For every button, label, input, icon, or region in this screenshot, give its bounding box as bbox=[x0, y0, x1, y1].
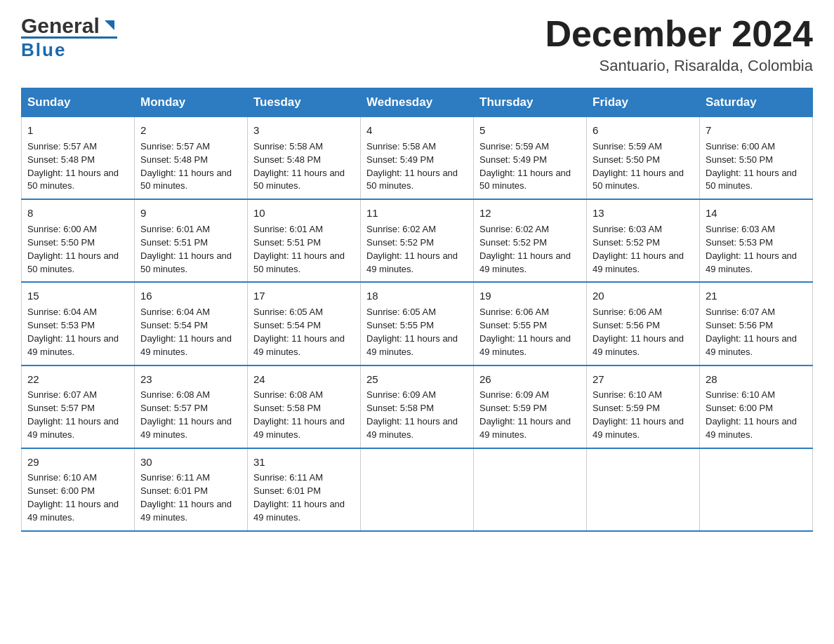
calendar-cell: 2Sunrise: 5:57 AMSunset: 5:48 PMDaylight… bbox=[135, 117, 248, 200]
col-tuesday: Tuesday bbox=[248, 88, 361, 117]
day-number: 30 bbox=[140, 455, 241, 470]
day-number: 4 bbox=[366, 123, 468, 138]
calendar-week-row: 1Sunrise: 5:57 AMSunset: 5:48 PMDaylight… bbox=[22, 117, 813, 200]
calendar-body: 1Sunrise: 5:57 AMSunset: 5:48 PMDaylight… bbox=[22, 117, 813, 531]
day-number: 26 bbox=[479, 372, 581, 387]
calendar-cell: 16Sunrise: 6:04 AMSunset: 5:54 PMDayligh… bbox=[135, 282, 248, 365]
col-wednesday: Wednesday bbox=[361, 88, 474, 117]
day-number: 6 bbox=[593, 123, 694, 138]
col-saturday: Saturday bbox=[700, 88, 813, 117]
day-info: Sunrise: 6:04 AMSunset: 5:53 PMDaylight:… bbox=[27, 307, 119, 357]
day-info: Sunrise: 5:59 AMSunset: 5:50 PMDaylight:… bbox=[593, 141, 684, 192]
day-number: 17 bbox=[253, 288, 355, 304]
day-info: Sunrise: 6:03 AMSunset: 5:53 PMDaylight:… bbox=[706, 224, 797, 274]
calendar-cell: 1Sunrise: 5:57 AMSunset: 5:48 PMDaylight… bbox=[22, 117, 135, 200]
day-number: 24 bbox=[253, 372, 355, 387]
day-info: Sunrise: 5:57 AMSunset: 5:48 PMDaylight:… bbox=[27, 141, 119, 192]
day-number: 14 bbox=[706, 206, 807, 221]
day-number: 25 bbox=[366, 372, 468, 387]
day-info: Sunrise: 6:11 AMSunset: 6:01 PMDaylight:… bbox=[140, 472, 232, 523]
calendar-cell: 11Sunrise: 6:02 AMSunset: 5:52 PMDayligh… bbox=[361, 199, 474, 282]
day-number: 5 bbox=[479, 123, 581, 138]
calendar-cell bbox=[361, 448, 474, 531]
day-number: 29 bbox=[27, 455, 128, 470]
calendar-cell: 17Sunrise: 6:05 AMSunset: 5:54 PMDayligh… bbox=[248, 282, 361, 365]
calendar-cell: 23Sunrise: 6:08 AMSunset: 5:57 PMDayligh… bbox=[135, 365, 248, 448]
calendar-week-row: 29Sunrise: 6:10 AMSunset: 6:00 PMDayligh… bbox=[22, 448, 813, 531]
day-info: Sunrise: 6:02 AMSunset: 5:52 PMDaylight:… bbox=[479, 224, 571, 274]
calendar-cell: 21Sunrise: 6:07 AMSunset: 5:56 PMDayligh… bbox=[700, 282, 813, 365]
day-number: 20 bbox=[593, 288, 694, 304]
day-info: Sunrise: 6:11 AMSunset: 6:01 PMDaylight:… bbox=[253, 472, 345, 523]
calendar-cell: 12Sunrise: 6:02 AMSunset: 5:52 PMDayligh… bbox=[474, 199, 587, 282]
calendar-cell: 14Sunrise: 6:03 AMSunset: 5:53 PMDayligh… bbox=[700, 199, 813, 282]
day-info: Sunrise: 6:06 AMSunset: 5:56 PMDaylight:… bbox=[593, 307, 684, 357]
day-number: 28 bbox=[706, 372, 807, 387]
calendar-week-row: 15Sunrise: 6:04 AMSunset: 5:53 PMDayligh… bbox=[22, 282, 813, 365]
calendar-cell: 20Sunrise: 6:06 AMSunset: 5:56 PMDayligh… bbox=[587, 282, 700, 365]
title-section: December 2024 Santuario, Risaralda, Colo… bbox=[545, 14, 813, 75]
day-number: 19 bbox=[479, 288, 581, 304]
col-friday: Friday bbox=[587, 88, 700, 117]
logo-general: General bbox=[21, 14, 100, 38]
calendar-cell: 3Sunrise: 5:58 AMSunset: 5:48 PMDaylight… bbox=[248, 117, 361, 200]
calendar-cell: 19Sunrise: 6:06 AMSunset: 5:55 PMDayligh… bbox=[474, 282, 587, 365]
calendar-cell: 27Sunrise: 6:10 AMSunset: 5:59 PMDayligh… bbox=[587, 365, 700, 448]
day-number: 1 bbox=[27, 123, 128, 138]
calendar-cell: 18Sunrise: 6:05 AMSunset: 5:55 PMDayligh… bbox=[361, 282, 474, 365]
day-info: Sunrise: 6:05 AMSunset: 5:54 PMDaylight:… bbox=[253, 307, 345, 357]
calendar-week-row: 22Sunrise: 6:07 AMSunset: 5:57 PMDayligh… bbox=[22, 365, 813, 448]
calendar-cell: 8Sunrise: 6:00 AMSunset: 5:50 PMDaylight… bbox=[22, 199, 135, 282]
day-info: Sunrise: 6:01 AMSunset: 5:51 PMDaylight:… bbox=[253, 224, 345, 274]
logo-arrow-icon bbox=[102, 18, 117, 36]
day-info: Sunrise: 6:10 AMSunset: 5:59 PMDaylight:… bbox=[593, 389, 684, 440]
day-number: 13 bbox=[593, 206, 694, 221]
day-number: 11 bbox=[366, 206, 468, 221]
day-info: Sunrise: 6:02 AMSunset: 5:52 PMDaylight:… bbox=[366, 224, 458, 274]
day-number: 15 bbox=[27, 288, 128, 304]
day-number: 23 bbox=[140, 372, 241, 387]
col-monday: Monday bbox=[135, 88, 248, 117]
day-info: Sunrise: 5:57 AMSunset: 5:48 PMDaylight:… bbox=[140, 141, 232, 192]
calendar-cell: 31Sunrise: 6:11 AMSunset: 6:01 PMDayligh… bbox=[248, 448, 361, 531]
calendar-cell: 5Sunrise: 5:59 AMSunset: 5:49 PMDaylight… bbox=[474, 117, 587, 200]
col-sunday: Sunday bbox=[22, 88, 135, 117]
calendar-cell: 28Sunrise: 6:10 AMSunset: 6:00 PMDayligh… bbox=[700, 365, 813, 448]
day-info: Sunrise: 6:05 AMSunset: 5:55 PMDaylight:… bbox=[366, 307, 458, 357]
day-number: 8 bbox=[27, 206, 128, 221]
day-info: Sunrise: 6:00 AMSunset: 5:50 PMDaylight:… bbox=[27, 224, 119, 274]
day-info: Sunrise: 6:08 AMSunset: 5:58 PMDaylight:… bbox=[253, 389, 345, 440]
calendar-cell: 4Sunrise: 5:58 AMSunset: 5:49 PMDaylight… bbox=[361, 117, 474, 200]
calendar-cell: 10Sunrise: 6:01 AMSunset: 5:51 PMDayligh… bbox=[248, 199, 361, 282]
svg-marker-0 bbox=[105, 20, 114, 30]
calendar-cell: 24Sunrise: 6:08 AMSunset: 5:58 PMDayligh… bbox=[248, 365, 361, 448]
logo-blue: Blue bbox=[21, 39, 117, 61]
day-info: Sunrise: 6:08 AMSunset: 5:57 PMDaylight:… bbox=[140, 389, 232, 440]
day-number: 21 bbox=[706, 288, 807, 304]
day-info: Sunrise: 6:07 AMSunset: 5:57 PMDaylight:… bbox=[27, 389, 119, 440]
day-number: 3 bbox=[253, 123, 355, 138]
day-info: Sunrise: 6:01 AMSunset: 5:51 PMDaylight:… bbox=[140, 224, 232, 274]
calendar-cell: 30Sunrise: 6:11 AMSunset: 6:01 PMDayligh… bbox=[135, 448, 248, 531]
calendar-cell: 22Sunrise: 6:07 AMSunset: 5:57 PMDayligh… bbox=[22, 365, 135, 448]
day-number: 27 bbox=[593, 372, 694, 387]
page-title: December 2024 bbox=[545, 14, 813, 54]
day-number: 12 bbox=[479, 206, 581, 221]
day-number: 31 bbox=[253, 455, 355, 470]
day-number: 2 bbox=[140, 123, 241, 138]
calendar-cell: 25Sunrise: 6:09 AMSunset: 5:58 PMDayligh… bbox=[361, 365, 474, 448]
calendar-week-row: 8Sunrise: 6:00 AMSunset: 5:50 PMDaylight… bbox=[22, 199, 813, 282]
calendar-cell bbox=[700, 448, 813, 531]
calendar-cell: 7Sunrise: 6:00 AMSunset: 5:50 PMDaylight… bbox=[700, 117, 813, 200]
day-info: Sunrise: 6:04 AMSunset: 5:54 PMDaylight:… bbox=[140, 307, 232, 357]
day-info: Sunrise: 6:09 AMSunset: 5:59 PMDaylight:… bbox=[479, 389, 571, 440]
day-number: 9 bbox=[140, 206, 241, 221]
day-number: 7 bbox=[706, 123, 807, 138]
day-info: Sunrise: 6:10 AMSunset: 6:00 PMDaylight:… bbox=[706, 389, 797, 440]
calendar-cell: 6Sunrise: 5:59 AMSunset: 5:50 PMDaylight… bbox=[587, 117, 700, 200]
day-info: Sunrise: 6:10 AMSunset: 6:00 PMDaylight:… bbox=[27, 472, 119, 523]
day-info: Sunrise: 5:59 AMSunset: 5:49 PMDaylight:… bbox=[479, 141, 571, 192]
day-info: Sunrise: 6:06 AMSunset: 5:55 PMDaylight:… bbox=[479, 307, 571, 357]
day-info: Sunrise: 6:03 AMSunset: 5:52 PMDaylight:… bbox=[593, 224, 684, 274]
calendar-header-row: Sunday Monday Tuesday Wednesday Thursday… bbox=[22, 88, 813, 117]
